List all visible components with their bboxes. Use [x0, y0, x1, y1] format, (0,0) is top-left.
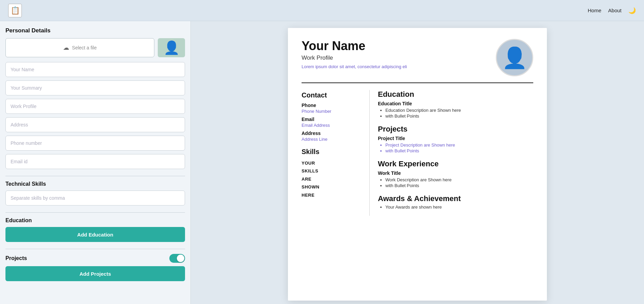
resume-body: Contact Phone Phone Number Email Email A… [288, 83, 547, 226]
projects-toggle[interactable] [169, 254, 185, 263]
file-upload-row: ☁ Select a file 👤 [5, 38, 185, 57]
work-bullet: Work Description are Shown here [385, 177, 533, 182]
work-profile-input[interactable] [5, 99, 185, 114]
right-panel: Your Name Work Profile Lorem ipsum dolor… [191, 21, 644, 304]
main-layout: Personal Details ☁ Select a file 👤 Techn… [0, 21, 644, 304]
projects-header: Projects [5, 254, 185, 263]
upload-icon: ☁ [63, 44, 69, 51]
email-input[interactable] [5, 154, 185, 169]
address-input[interactable] [5, 117, 185, 132]
address-value: Address Line [302, 137, 363, 142]
education-section: Education Education Title Education Desc… [378, 90, 533, 119]
resume-profile: Work Profile [302, 55, 489, 61]
education-divider [5, 212, 185, 213]
summary-input[interactable] [5, 80, 185, 95]
nav-home-link[interactable]: Home [588, 7, 601, 13]
resume-name-block: Your Name Work Profile Lorem ipsum dolor… [302, 39, 489, 69]
add-education-button[interactable]: Add Education [5, 227, 185, 242]
project-bullet: with Bullet Points [385, 148, 533, 153]
work-experience-section: Work Experience Work Title Work Descript… [378, 159, 533, 188]
address-label: Address [302, 131, 363, 136]
avatar-person-icon: 👤 [164, 40, 180, 55]
email-value: Email Address [302, 123, 363, 128]
projects-heading: Projects [378, 125, 533, 134]
phone-label: Phone [302, 103, 363, 108]
nav-links: Home About 🌙 [588, 7, 636, 14]
resume-card: Your Name Work Profile Lorem ipsum dolor… [288, 28, 547, 301]
project-bullet: Project Description are Shown here [385, 142, 533, 148]
skill-line: HERE [302, 191, 363, 199]
education-bullet: Education Description are Shown here [385, 108, 533, 113]
resume-name: Your Name [302, 39, 489, 53]
left-panel: Personal Details ☁ Select a file 👤 Techn… [0, 21, 191, 304]
skills-divider [5, 176, 185, 176]
technical-skills-title: Technical Skills [5, 181, 185, 187]
navbar: 📋 Home About 🌙 [0, 0, 644, 21]
resume-right-column: Education Education Title Education Desc… [378, 90, 533, 216]
phone-input[interactable] [5, 136, 185, 151]
toggle-knob [177, 255, 184, 262]
resume-photo: 👤 [496, 39, 533, 76]
file-upload-box[interactable]: ☁ Select a file [5, 38, 154, 57]
education-item-title: Education Title [378, 101, 533, 106]
name-input[interactable] [5, 62, 185, 77]
skill-line: SHOWN [302, 183, 363, 191]
work-bullet-list: Work Description are Shown herewith Bull… [378, 177, 533, 188]
work-item-title: Work Title [378, 170, 533, 176]
projects-divider [5, 249, 185, 249]
personal-details-title: Personal Details [5, 27, 185, 34]
file-upload-label: Select a file [72, 45, 96, 50]
contact-heading: Contact [302, 91, 363, 99]
skill-line: SKILLS [302, 167, 363, 175]
email-label: Email [302, 117, 363, 122]
skills-content: YOURSKILLSARESHOWNHERE [302, 159, 363, 199]
work-bullet: with Bullet Points [385, 183, 533, 188]
work-experience-heading: Work Experience [378, 159, 533, 168]
projects-section: Projects Project Title Project Descripti… [378, 125, 533, 153]
education-bullet: with Bullet Points [385, 113, 533, 119]
projects-bullet-list: Project Description are Shown herewith B… [378, 142, 533, 153]
avatar-preview: 👤 [158, 38, 185, 57]
award-bullet: Your Awards are shown here [385, 204, 533, 210]
projects-title: Projects [5, 255, 27, 261]
add-projects-button[interactable]: Add Projects [5, 266, 185, 281]
projects-item-title: Project Title [378, 136, 533, 141]
skill-line: ARE [302, 175, 363, 183]
skills-heading: Skills [302, 148, 363, 156]
dark-mode-icon[interactable]: 🌙 [628, 7, 636, 14]
resume-header: Your Name Work Profile Lorem ipsum dolor… [288, 28, 547, 82]
resume-left-column: Contact Phone Phone Number Email Email A… [302, 90, 370, 216]
education-bullet-list: Education Description are Shown herewith… [378, 108, 533, 119]
nav-about-link[interactable]: About [608, 7, 622, 13]
awards-section: Awards & Achievement Your Awards are sho… [378, 194, 533, 210]
app-logo: 📋 [8, 4, 22, 17]
skill-line: YOUR [302, 159, 363, 167]
awards-heading: Awards & Achievement [378, 194, 533, 203]
awards-bullet-list: Your Awards are shown here [378, 204, 533, 210]
phone-value: Phone Number [302, 109, 363, 114]
resume-photo-icon: 👤 [502, 46, 527, 70]
education-heading: Education [378, 90, 533, 99]
skills-input[interactable] [5, 191, 185, 206]
resume-summary: Lorem ipsum dolor sit amet, consectetur … [302, 64, 489, 69]
education-title: Education [5, 217, 185, 224]
